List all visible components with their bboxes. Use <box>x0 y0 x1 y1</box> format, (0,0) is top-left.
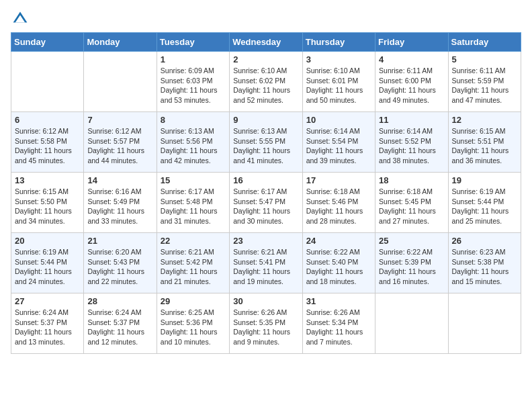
calendar-cell: 24Sunrise: 6:22 AMSunset: 5:40 PMDayligh… <box>302 233 375 293</box>
day-number: 29 <box>161 296 226 306</box>
day-number: 21 <box>87 236 152 246</box>
day-number: 23 <box>233 236 298 246</box>
calendar-week-row: 6Sunrise: 6:12 AMSunset: 5:58 PMDaylight… <box>11 112 521 173</box>
calendar-week-row: 20Sunrise: 6:19 AMSunset: 5:44 PMDayligh… <box>11 233 521 293</box>
day-number: 31 <box>306 296 371 306</box>
day-number: 1 <box>161 54 226 64</box>
day-detail: Sunrise: 6:24 AMSunset: 5:37 PMDaylight:… <box>15 308 80 347</box>
day-detail: Sunrise: 6:24 AMSunset: 5:37 PMDaylight:… <box>87 308 152 347</box>
calendar-cell: 16Sunrise: 6:17 AMSunset: 5:47 PMDayligh… <box>230 173 302 233</box>
calendar-cell: 15Sunrise: 6:17 AMSunset: 5:48 PMDayligh… <box>157 173 229 233</box>
calendar-week-row: 27Sunrise: 6:24 AMSunset: 5:37 PMDayligh… <box>11 293 521 354</box>
day-number: 30 <box>233 296 298 306</box>
day-detail: Sunrise: 6:26 AMSunset: 5:34 PMDaylight:… <box>306 308 371 347</box>
calendar-cell: 28Sunrise: 6:24 AMSunset: 5:37 PMDayligh… <box>84 293 157 354</box>
day-detail: Sunrise: 6:23 AMSunset: 5:38 PMDaylight:… <box>452 247 517 287</box>
calendar-cell: 5Sunrise: 6:11 AMSunset: 5:59 PMDaylight… <box>448 52 521 112</box>
day-detail: Sunrise: 6:25 AMSunset: 5:36 PMDaylight:… <box>161 308 226 347</box>
calendar-cell: 21Sunrise: 6:20 AMSunset: 5:43 PMDayligh… <box>84 233 157 293</box>
day-number: 22 <box>161 236 226 246</box>
calendar-cell <box>448 293 521 354</box>
day-detail: Sunrise: 6:14 AMSunset: 5:54 PMDaylight:… <box>306 126 371 166</box>
calendar-cell: 11Sunrise: 6:14 AMSunset: 5:52 PMDayligh… <box>375 112 448 173</box>
logo-icon <box>12 11 28 27</box>
day-number: 20 <box>15 236 80 246</box>
calendar-cell: 1Sunrise: 6:09 AMSunset: 6:03 PMDaylight… <box>157 52 229 112</box>
day-number: 8 <box>161 115 226 125</box>
day-number: 10 <box>306 115 371 125</box>
day-detail: Sunrise: 6:12 AMSunset: 5:57 PMDaylight:… <box>87 126 152 166</box>
header-wednesday: Wednesday <box>230 33 302 52</box>
day-detail: Sunrise: 6:13 AMSunset: 5:55 PMDaylight:… <box>233 126 298 166</box>
header-saturday: Saturday <box>448 33 521 52</box>
calendar-cell: 23Sunrise: 6:21 AMSunset: 5:41 PMDayligh… <box>230 233 302 293</box>
day-detail: Sunrise: 6:10 AMSunset: 6:01 PMDaylight:… <box>306 66 371 105</box>
calendar-cell: 9Sunrise: 6:13 AMSunset: 5:55 PMDaylight… <box>230 112 302 173</box>
day-detail: Sunrise: 6:26 AMSunset: 5:35 PMDaylight:… <box>233 308 298 347</box>
day-number: 15 <box>161 175 226 185</box>
calendar-cell <box>11 52 84 112</box>
calendar-cell: 13Sunrise: 6:15 AMSunset: 5:50 PMDayligh… <box>11 173 84 233</box>
calendar-cell: 2Sunrise: 6:10 AMSunset: 6:02 PMDaylight… <box>230 52 302 112</box>
calendar-week-row: 13Sunrise: 6:15 AMSunset: 5:50 PMDayligh… <box>11 173 521 233</box>
day-number: 9 <box>233 115 298 125</box>
header-sunday: Sunday <box>11 33 84 52</box>
day-detail: Sunrise: 6:21 AMSunset: 5:41 PMDaylight:… <box>233 247 298 287</box>
day-number: 18 <box>379 175 444 185</box>
day-detail: Sunrise: 6:14 AMSunset: 5:52 PMDaylight:… <box>379 126 444 166</box>
day-number: 25 <box>379 236 444 246</box>
calendar-cell: 8Sunrise: 6:13 AMSunset: 5:56 PMDaylight… <box>157 112 229 173</box>
calendar-cell: 4Sunrise: 6:11 AMSunset: 6:00 PMDaylight… <box>375 52 448 112</box>
day-number: 27 <box>15 296 80 306</box>
day-number: 14 <box>87 175 152 185</box>
calendar-cell: 10Sunrise: 6:14 AMSunset: 5:54 PMDayligh… <box>302 112 375 173</box>
calendar-cell: 30Sunrise: 6:26 AMSunset: 5:35 PMDayligh… <box>230 293 302 354</box>
calendar-header-row: SundayMondayTuesdayWednesdayThursdayFrid… <box>11 33 521 52</box>
day-number: 17 <box>306 175 371 185</box>
day-number: 24 <box>306 236 371 246</box>
day-number: 12 <box>452 115 517 125</box>
header-monday: Monday <box>84 33 157 52</box>
day-number: 6 <box>15 115 80 125</box>
day-detail: Sunrise: 6:15 AMSunset: 5:51 PMDaylight:… <box>452 126 517 166</box>
calendar-cell: 20Sunrise: 6:19 AMSunset: 5:44 PMDayligh… <box>11 233 84 293</box>
day-detail: Sunrise: 6:19 AMSunset: 5:44 PMDaylight:… <box>452 187 517 226</box>
calendar-cell: 14Sunrise: 6:16 AMSunset: 5:49 PMDayligh… <box>84 173 157 233</box>
day-detail: Sunrise: 6:18 AMSunset: 5:46 PMDaylight:… <box>306 187 371 226</box>
day-number: 13 <box>15 175 80 185</box>
day-detail: Sunrise: 6:20 AMSunset: 5:43 PMDaylight:… <box>87 247 152 287</box>
day-number: 5 <box>452 54 517 64</box>
day-number: 28 <box>87 296 152 306</box>
day-detail: Sunrise: 6:19 AMSunset: 5:44 PMDaylight:… <box>15 247 80 287</box>
calendar-cell: 29Sunrise: 6:25 AMSunset: 5:36 PMDayligh… <box>157 293 229 354</box>
day-number: 2 <box>233 54 298 64</box>
day-number: 3 <box>306 54 371 64</box>
calendar-cell: 25Sunrise: 6:22 AMSunset: 5:39 PMDayligh… <box>375 233 448 293</box>
calendar-cell <box>84 52 157 112</box>
calendar-week-row: 1Sunrise: 6:09 AMSunset: 6:03 PMDaylight… <box>11 52 521 112</box>
header-thursday: Thursday <box>302 33 375 52</box>
day-detail: Sunrise: 6:09 AMSunset: 6:03 PMDaylight:… <box>161 66 226 105</box>
calendar: SundayMondayTuesdayWednesdayThursdayFrid… <box>11 32 521 354</box>
day-detail: Sunrise: 6:18 AMSunset: 5:45 PMDaylight:… <box>379 187 444 226</box>
day-detail: Sunrise: 6:21 AMSunset: 5:42 PMDaylight:… <box>161 247 226 287</box>
header-tuesday: Tuesday <box>157 33 229 52</box>
calendar-cell: 12Sunrise: 6:15 AMSunset: 5:51 PMDayligh… <box>448 112 521 173</box>
day-number: 19 <box>452 175 517 185</box>
logo <box>11 11 28 27</box>
day-number: 11 <box>379 115 444 125</box>
calendar-cell: 3Sunrise: 6:10 AMSunset: 6:01 PMDaylight… <box>302 52 375 112</box>
day-detail: Sunrise: 6:10 AMSunset: 6:02 PMDaylight:… <box>233 66 298 105</box>
header-friday: Friday <box>375 33 448 52</box>
day-detail: Sunrise: 6:17 AMSunset: 5:47 PMDaylight:… <box>233 187 298 226</box>
day-detail: Sunrise: 6:22 AMSunset: 5:40 PMDaylight:… <box>306 247 371 287</box>
page-header <box>11 11 521 27</box>
day-detail: Sunrise: 6:13 AMSunset: 5:56 PMDaylight:… <box>161 126 226 166</box>
day-detail: Sunrise: 6:16 AMSunset: 5:49 PMDaylight:… <box>87 187 152 226</box>
day-detail: Sunrise: 6:11 AMSunset: 6:00 PMDaylight:… <box>379 66 444 105</box>
calendar-cell: 26Sunrise: 6:23 AMSunset: 5:38 PMDayligh… <box>448 233 521 293</box>
day-detail: Sunrise: 6:12 AMSunset: 5:58 PMDaylight:… <box>15 126 80 166</box>
calendar-cell: 6Sunrise: 6:12 AMSunset: 5:58 PMDaylight… <box>11 112 84 173</box>
day-detail: Sunrise: 6:11 AMSunset: 5:59 PMDaylight:… <box>452 66 517 105</box>
day-number: 4 <box>379 54 444 64</box>
